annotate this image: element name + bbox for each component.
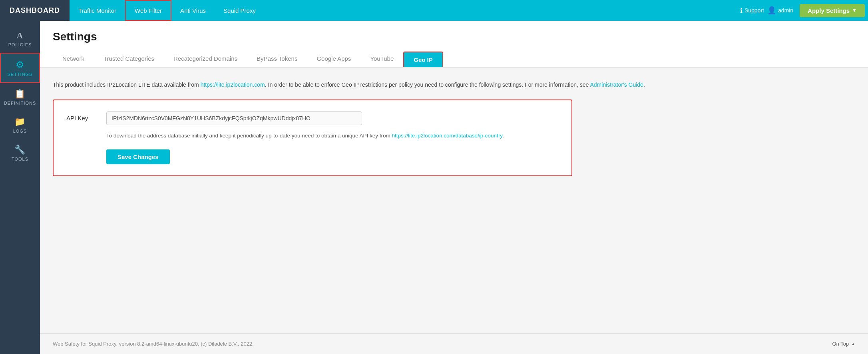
policies-icon: A [17, 30, 24, 41]
page-title: Settings [53, 30, 855, 43]
tab-geo-ip[interactable]: Geo IP [403, 52, 443, 67]
info-icon: ℹ [740, 7, 743, 14]
nav-items: Traffic Monitor Web Filter Anti Virus Sq… [70, 0, 740, 21]
tab-trusted-categories[interactable]: Trusted Categories [94, 51, 164, 67]
ip2location-link[interactable]: https://lite.ip2location.com [201, 82, 265, 88]
tab-network[interactable]: Network [53, 51, 94, 67]
info-text: This product includes IP2Location LITE d… [53, 80, 855, 90]
definitions-icon: 📋 [14, 89, 26, 99]
tools-icon: 🔧 [14, 145, 26, 155]
settings-icon: ⚙ [16, 59, 25, 70]
support-button[interactable]: ℹ Support [740, 7, 764, 14]
tab-recategorized-domains[interactable]: Recategorized Domains [164, 51, 247, 67]
sidebar: A POLICIES ⚙ SETTINGS 📋 DEFINITIONS 📁 LO… [0, 21, 40, 354]
main-content: This product includes IP2Location LITE d… [40, 68, 868, 333]
nav-anti-virus[interactable]: Anti Virus [171, 0, 215, 21]
admin-guide-link[interactable]: Administrator's Guide [590, 82, 643, 88]
user-icon: 👤 [767, 6, 776, 15]
tabs: Network Trusted Categories Recategorized… [53, 51, 855, 67]
api-key-help: To download the address database initial… [106, 131, 559, 140]
footer: Web Safety for Squid Proxy, version 8.2-… [40, 333, 868, 354]
ip2location-database-link[interactable]: https://lite.ip2location.com/database/ip… [392, 133, 502, 139]
nav-traffic-monitor[interactable]: Traffic Monitor [70, 0, 125, 21]
admin-button[interactable]: 👤 admin [767, 6, 793, 15]
save-changes-button[interactable]: Save Changes [106, 149, 170, 164]
content-area: Settings Network Trusted Categories Reca… [40, 21, 868, 354]
nav-web-filter[interactable]: Web Filter [125, 0, 171, 21]
on-top-button[interactable]: On Top ▲ [832, 341, 855, 347]
nav-right: ℹ Support 👤 admin Apply Settings ▼ [740, 4, 868, 17]
tab-bypass-tokens[interactable]: ByPass Tokens [247, 51, 307, 67]
tab-youtube[interactable]: YouTube [360, 51, 403, 67]
top-navigation: DASHBOARD Traffic Monitor Web Filter Ant… [0, 0, 868, 21]
footer-copyright: Web Safety for Squid Proxy, version 8.2-… [53, 341, 254, 347]
brand-logo: DASHBOARD [0, 0, 70, 21]
nav-squid-proxy[interactable]: Squid Proxy [215, 0, 265, 21]
api-key-row: API Key [66, 111, 559, 125]
tab-google-apps[interactable]: Google Apps [307, 51, 360, 67]
sidebar-item-policies[interactable]: A POLICIES [0, 25, 40, 53]
sidebar-item-logs[interactable]: 📁 LOGS [0, 111, 40, 139]
api-key-input[interactable] [106, 111, 362, 125]
logs-icon: 📁 [14, 117, 26, 127]
page-header: Settings Network Trusted Categories Reca… [40, 21, 868, 68]
sidebar-item-settings[interactable]: ⚙ SETTINGS [0, 53, 40, 83]
sidebar-item-tools[interactable]: 🔧 TOOLS [0, 139, 40, 167]
geo-ip-form-box: API Key To download the address database… [53, 99, 572, 177]
main-layout: A POLICIES ⚙ SETTINGS 📋 DEFINITIONS 📁 LO… [0, 21, 868, 354]
sidebar-item-definitions[interactable]: 📋 DEFINITIONS [0, 83, 40, 111]
chevron-up-icon: ▲ [851, 342, 855, 346]
apply-settings-button[interactable]: Apply Settings ▼ [800, 4, 865, 17]
api-key-label: API Key [66, 111, 98, 121]
arrow-icon: ▼ [852, 8, 857, 13]
